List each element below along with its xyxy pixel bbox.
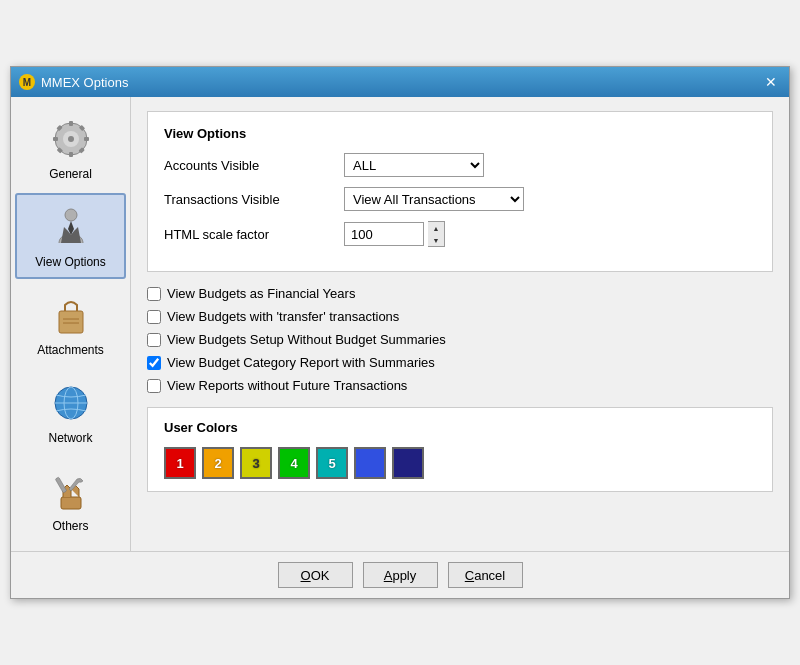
checkbox-reports-without-future[interactable] <box>147 379 161 393</box>
svg-rect-3 <box>69 121 73 126</box>
app-icon: M <box>19 74 35 90</box>
svg-point-11 <box>65 209 77 221</box>
svg-point-2 <box>68 136 74 142</box>
transactions-visible-select[interactable]: View All Transactions Last 30 Days Last … <box>344 187 524 211</box>
checkbox-budgets-financial-years[interactable] <box>147 287 161 301</box>
attachments-icon <box>47 291 95 339</box>
color-swatch-2[interactable]: 2 <box>202 447 234 479</box>
transactions-visible-label: Transactions Visible <box>164 192 344 207</box>
main-content: View Options Accounts Visible ALL Open C… <box>131 97 789 551</box>
accounts-visible-select[interactable]: ALL Open Closed Favorites <box>344 153 484 177</box>
cancel-underline: Cancel <box>465 568 505 583</box>
svg-rect-5 <box>53 137 58 141</box>
sidebar-label-others: Others <box>52 519 88 533</box>
ok-button[interactable]: OOK <box>278 562 353 588</box>
window-body: General View Options <box>11 97 789 551</box>
others-icon <box>47 467 95 515</box>
sidebar-label-view-options: View Options <box>35 255 105 269</box>
sidebar-item-others[interactable]: Others <box>15 457 126 543</box>
svg-rect-19 <box>61 497 81 509</box>
color-swatch-5[interactable]: 5 <box>316 447 348 479</box>
sidebar: General View Options <box>11 97 131 551</box>
svg-rect-4 <box>69 152 73 157</box>
sidebar-item-network[interactable]: Network <box>15 369 126 455</box>
html-scale-control: 100 ▲ ▼ <box>344 221 445 247</box>
checkbox-row-1: View Budgets with 'transfer' transaction… <box>147 309 773 324</box>
transactions-visible-control: View All Transactions Last 30 Days Last … <box>344 187 524 211</box>
cancel-button[interactable]: Cancel <box>448 562 523 588</box>
color-swatch-6[interactable] <box>354 447 386 479</box>
title-bar-left: M MMEX Options <box>19 74 128 90</box>
checkbox-budget-category-report[interactable] <box>147 356 161 370</box>
color-swatch-7[interactable] <box>392 447 424 479</box>
window-title: MMEX Options <box>41 75 128 90</box>
spinner-buttons: ▲ ▼ <box>428 221 445 247</box>
checkbox-label-2[interactable]: View Budgets Setup Without Budget Summar… <box>167 332 446 347</box>
color-swatch-3[interactable]: 3 <box>240 447 272 479</box>
svg-rect-20 <box>55 477 66 493</box>
bottom-bar: OOK Apply Cancel <box>11 551 789 598</box>
main-window: M MMEX Options ✕ <box>10 66 790 599</box>
general-icon <box>47 115 95 163</box>
color-swatches: 1 2 3 4 5 <box>164 447 756 479</box>
checkbox-section: View Budgets as Financial Years View Bud… <box>147 286 773 393</box>
checkbox-label-3[interactable]: View Budget Category Report with Summari… <box>167 355 435 370</box>
sidebar-label-network: Network <box>48 431 92 445</box>
html-scale-input[interactable]: 100 <box>344 222 424 246</box>
sidebar-item-view-options[interactable]: View Options <box>15 193 126 279</box>
spinner-down-button[interactable]: ▼ <box>428 234 444 246</box>
svg-rect-13 <box>59 311 83 333</box>
checkbox-budgets-transfer[interactable] <box>147 310 161 324</box>
checkbox-row-0: View Budgets as Financial Years <box>147 286 773 301</box>
user-colors-title: User Colors <box>164 420 756 435</box>
html-scale-row: HTML scale factor 100 ▲ ▼ <box>164 221 756 247</box>
user-colors-box: User Colors 1 2 3 4 5 <box>147 407 773 492</box>
svg-rect-6 <box>84 137 89 141</box>
checkbox-row-3: View Budget Category Report with Summari… <box>147 355 773 370</box>
sidebar-label-attachments: Attachments <box>37 343 104 357</box>
ok-underline: OOK <box>301 568 330 583</box>
apply-underline: Apply <box>384 568 417 583</box>
accounts-visible-row: Accounts Visible ALL Open Closed Favorit… <box>164 153 756 177</box>
view-options-title: View Options <box>164 126 756 141</box>
sidebar-item-attachments[interactable]: Attachments <box>15 281 126 367</box>
network-icon <box>47 379 95 427</box>
accounts-visible-label: Accounts Visible <box>164 158 344 173</box>
html-scale-label: HTML scale factor <box>164 227 344 242</box>
checkbox-budgets-without-summaries[interactable] <box>147 333 161 347</box>
checkbox-row-2: View Budgets Setup Without Budget Summar… <box>147 332 773 347</box>
close-button[interactable]: ✕ <box>761 72 781 92</box>
view-options-icon <box>47 203 95 251</box>
color-swatch-1[interactable]: 1 <box>164 447 196 479</box>
view-options-box: View Options Accounts Visible ALL Open C… <box>147 111 773 272</box>
spinner-up-button[interactable]: ▲ <box>428 222 444 234</box>
accounts-visible-control: ALL Open Closed Favorites <box>344 153 484 177</box>
title-bar: M MMEX Options ✕ <box>11 67 789 97</box>
checkbox-row-4: View Reports without Future Transactions <box>147 378 773 393</box>
sidebar-item-general[interactable]: General <box>15 105 126 191</box>
sidebar-label-general: General <box>49 167 92 181</box>
apply-button[interactable]: Apply <box>363 562 438 588</box>
transactions-visible-row: Transactions Visible View All Transactio… <box>164 187 756 211</box>
checkbox-label-4[interactable]: View Reports without Future Transactions <box>167 378 407 393</box>
checkbox-label-1[interactable]: View Budgets with 'transfer' transaction… <box>167 309 399 324</box>
color-swatch-4[interactable]: 4 <box>278 447 310 479</box>
checkbox-label-0[interactable]: View Budgets as Financial Years <box>167 286 355 301</box>
